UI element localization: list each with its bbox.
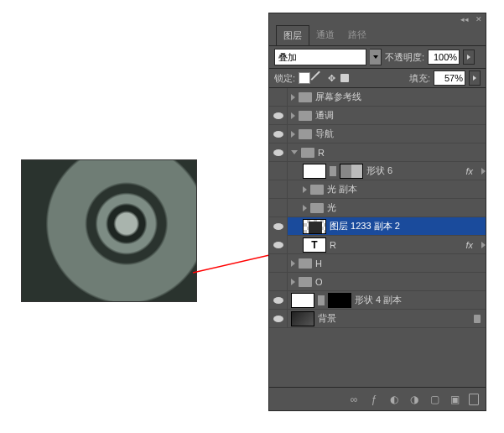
lock-all-icon[interactable] [340,74,349,82]
visibility-toggle[interactable] [269,199,288,217]
layer-name[interactable]: 形状 6 [366,164,392,177]
layer-row[interactable]: 光 [269,199,486,217]
lock-pixels-icon[interactable] [311,71,325,86]
layer-row[interactable]: 光 副本 [269,180,486,199]
disclosure-icon[interactable] [291,260,295,267]
layers-panel: ◂◂ ✕ 图层 通道 路径 叠加 不透明度: 100% 锁定: ✥ 填充: 57… [268,13,486,411]
fill-field[interactable]: 57% [434,70,465,86]
new-group-icon[interactable]: ▢ [429,394,440,405]
layer-row[interactable]: 形状 6fx [269,162,486,180]
lock-position-icon[interactable]: ✥ [325,72,337,84]
visibility-toggle[interactable] [269,217,288,236]
layer-name[interactable]: 光 副本 [327,183,357,196]
layer-name[interactable]: 形状 4 副本 [355,294,402,306]
blend-mode-select[interactable]: 叠加 [274,49,366,65]
visibility-toggle[interactable] [269,236,288,254]
fill-label: 填充: [409,72,430,85]
visibility-toggle[interactable] [269,291,288,310]
visibility-toggle[interactable] [269,88,288,107]
fx-disclosure-icon[interactable] [481,168,486,175]
layer-thumbnail [303,219,326,234]
folder-icon [310,185,324,195]
eye-icon [273,316,283,322]
folder-icon [299,277,312,287]
layer-name[interactable]: 背景 [318,312,336,325]
layer-style-icon[interactable]: ƒ [368,394,380,405]
fill-flyout[interactable] [469,70,481,86]
folder-icon [301,148,314,158]
new-layer-icon[interactable]: ▣ [449,394,460,405]
fx-disclosure-icon[interactable] [481,242,486,248]
lock-label: 锁定: [274,72,295,85]
panel-controls: ◂◂ ✕ [269,13,486,25]
fx-badge[interactable]: fx [465,240,478,250]
eye-icon [273,223,283,230]
disclosure-icon[interactable] [303,205,307,211]
layer-name[interactable]: R [330,240,336,250]
visibility-toggle[interactable] [269,162,288,180]
collapse-icon[interactable]: ◂◂ [460,15,469,23]
visibility-toggle[interactable] [269,143,288,162]
tab-channels[interactable]: 通道 [309,25,341,45]
tab-layers[interactable]: 图层 [276,25,309,45]
visibility-toggle[interactable] [269,254,288,273]
layer-mask-icon[interactable]: ◐ [388,394,400,405]
lock-transparency-icon[interactable] [299,72,310,84]
adjustment-layer-icon[interactable]: ◑ [408,394,420,405]
layer-row[interactable]: 图层 1233 副本 2 [269,217,486,236]
visibility-toggle[interactable] [269,125,288,143]
disclosure-icon[interactable] [291,279,295,285]
layer-row[interactable]: TRfx [269,236,486,254]
link-layers-icon[interactable]: ∞ [348,394,360,405]
opacity-field[interactable]: 100% [428,50,460,65]
opacity-flyout[interactable] [463,50,475,65]
eye-icon [273,242,283,248]
layer-name[interactable]: H [315,258,322,269]
eye-icon [273,112,283,119]
disclosure-icon[interactable] [291,112,295,119]
layer-list: 屏幕参考线 通调 导航 R 形状 6fx 光 副本 光 图层 1 [269,88,486,387]
link-icon [330,166,336,176]
layer-thumbnail [303,164,326,179]
layer-name[interactable]: 图层 1233 副本 2 [330,220,400,232]
link-icon [318,295,325,305]
visibility-toggle[interactable] [269,310,288,328]
layer-row[interactable]: R [269,143,486,162]
layer-thumbnail [291,293,314,308]
tab-paths[interactable]: 路径 [341,25,373,45]
layer-row[interactable]: O [269,273,486,291]
layer-name[interactable]: 通调 [315,109,334,122]
folder-icon [299,111,312,121]
layer-thumbnail [291,311,314,326]
visibility-toggle[interactable] [269,107,288,125]
panel-tabs: 图层 通道 路径 [269,25,486,46]
layer-row[interactable]: 背景 [269,310,486,328]
layer-row[interactable]: H [269,254,486,273]
disclosure-icon[interactable] [291,150,298,154]
folder-icon [310,203,324,213]
type-layer-thumbnail: T [303,237,326,253]
layer-name[interactable]: O [315,277,323,287]
folder-icon [299,258,312,269]
delete-layer-icon[interactable] [469,394,479,405]
visibility-toggle[interactable] [269,273,288,291]
disclosure-icon[interactable] [291,94,295,101]
lock-icon [474,315,481,323]
layer-row[interactable]: 形状 4 副本 [269,291,486,310]
close-icon[interactable]: ✕ [475,15,482,23]
layer-row[interactable]: 屏幕参考线 [269,88,486,107]
visibility-toggle[interactable] [269,180,288,199]
disclosure-icon[interactable] [303,186,307,193]
mask-thumbnail [340,164,363,179]
fx-badge[interactable]: fx [465,166,478,176]
layer-name[interactable]: 屏幕参考线 [315,91,361,103]
disclosure-icon[interactable] [291,131,295,138]
layer-name[interactable]: 导航 [315,128,334,140]
layer-row[interactable]: 导航 [269,125,486,143]
blend-mode-arrow[interactable] [370,49,382,65]
layer-row[interactable]: 通调 [269,107,486,125]
layer-name[interactable]: R [318,148,325,158]
panel-footer: ∞ ƒ ◐ ◑ ▢ ▣ [269,387,486,410]
layer-name[interactable]: 光 [327,201,336,214]
folder-icon [299,129,312,139]
